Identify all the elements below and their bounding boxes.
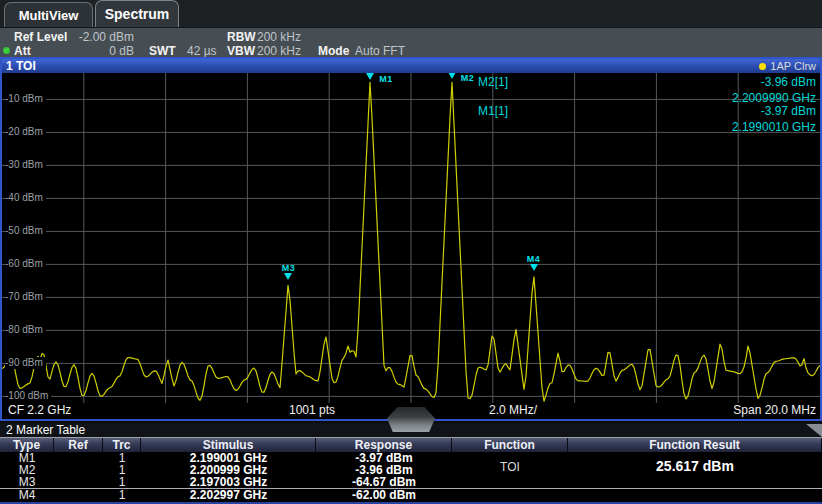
y-axis-label: -90 dBm [5, 357, 46, 369]
y-axis-label: -10 dBm [5, 93, 46, 105]
cell-response: -64.67 dBm [316, 476, 452, 488]
marker-triangle-m2[interactable] [448, 73, 456, 79]
spectrum-window: 1 TOI 1AP Clrw -10 dBm-20 dBm-30 dBm-40 … [0, 57, 822, 421]
spectrum-analyzer-screen: MultiView Spectrum Ref Level -2.00 dBm R… [0, 0, 822, 504]
att-value[interactable]: 0 dB [58, 44, 134, 58]
y-axis-label: -70 dBm [5, 291, 46, 303]
marker-label-m1: M1 [379, 74, 393, 84]
scale-per-div-label: 2.0 MHz/ [489, 403, 537, 418]
marker-triangle-m4[interactable] [530, 264, 538, 271]
y-axis-label: -100 dBm [5, 390, 51, 402]
tab-spectrum[interactable]: Spectrum [95, 0, 179, 27]
column-header-type: Type [0, 438, 54, 452]
trace1-mode-label: 1AP Clrw [770, 59, 816, 73]
window-title: 1 TOI [6, 59, 36, 73]
marker-table-row-m4: M412.202997 GHz-62.00 dBm [0, 489, 822, 501]
marker-table-body: TOI 25.617 dBm M112.199001 GHz-3.97 dBmM… [0, 452, 822, 502]
cell-fnr [568, 452, 822, 464]
center-frequency-label[interactable]: CF 2.2 GHz [8, 403, 71, 418]
y-axis-label: -60 dBm [5, 258, 46, 270]
readout-m1-value: -3.97 dBm [761, 104, 816, 118]
marker-table-window: 2 Marker Table TypeRefTrcStimulusRespons… [0, 421, 822, 504]
cell-ref [54, 476, 103, 488]
column-header-ref: Ref [54, 438, 103, 452]
rbw-label: RBW [227, 30, 256, 44]
grid-and-trace-svg [2, 73, 820, 403]
corner-resize-icon[interactable] [806, 424, 822, 437]
y-axis-label: -80 dBm [5, 324, 46, 336]
cell-ref [54, 452, 103, 464]
vbw-value[interactable]: 200 kHz [257, 44, 301, 58]
y-axis-label: -40 dBm [5, 192, 46, 204]
tab-bar: MultiView Spectrum [0, 0, 822, 27]
cell-type: M3 [0, 476, 54, 488]
cell-ref [54, 464, 103, 476]
cell-fn [452, 489, 568, 501]
readout-m1-freq: 2.1990010 GHz [732, 120, 816, 134]
marker-label-m2: M2 [461, 73, 475, 83]
cell-trc: 1 [103, 476, 141, 488]
att-status-led-icon [3, 47, 10, 54]
cell-fnr [568, 489, 822, 501]
marker-triangle-m3[interactable] [284, 273, 292, 280]
cell-fnr [568, 476, 822, 488]
readout-m2-value: -3.96 dBm [761, 75, 816, 89]
readout-m2-name: M2[1] [478, 75, 508, 89]
column-header-stimulus: Stimulus [141, 438, 316, 452]
mode-label: Mode [318, 44, 349, 58]
tab-multiview-label: MultiView [19, 8, 79, 23]
cell-type: M4 [0, 489, 54, 501]
cell-fn [452, 452, 568, 464]
vbw-label: VBW [227, 44, 255, 58]
column-header-trc: Trc [103, 438, 141, 452]
settings-bar: Ref Level -2.00 dBm RBW 200 kHz Att 0 dB… [0, 27, 822, 57]
y-axis-label: -30 dBm [5, 159, 46, 171]
tab-spectrum-label: Spectrum [105, 6, 170, 22]
marker-table-header: TypeRefTrcStimulusResponseFunctionFuncti… [0, 438, 822, 452]
marker-table-title: 2 Marker Table [6, 423, 85, 437]
marker-table-row-m3: M312.197003 GHz-64.67 dBm [0, 476, 822, 488]
ref-level-value[interactable]: -2.00 dBm [58, 30, 134, 44]
y-axis-label: -20 dBm [5, 126, 46, 138]
marker-label-m4: M4 [527, 254, 541, 264]
rbw-value[interactable]: 200 kHz [257, 30, 301, 44]
marker-triangle-m1[interactable] [366, 73, 374, 80]
window-title-bar[interactable]: 1 TOI 1AP Clrw [2, 59, 820, 73]
cell-trc: 1 [103, 489, 141, 501]
splitter-grip[interactable] [387, 407, 435, 432]
tab-multiview[interactable]: MultiView [4, 2, 93, 27]
cell-fnr [568, 464, 822, 476]
cell-response: -62.00 dBm [316, 489, 452, 501]
cell-stimulus: 2.197003 GHz [141, 476, 316, 488]
cell-ref [54, 489, 103, 501]
cell-stimulus: 2.202997 GHz [141, 489, 316, 501]
cell-fn [452, 464, 568, 476]
span-label[interactable]: Span 20.0 MHz [733, 403, 816, 418]
att-label: Att [14, 44, 31, 58]
swt-label: SWT [149, 44, 176, 58]
sweep-points-label: 1001 pts [289, 403, 335, 418]
trace1-dot-icon [759, 63, 766, 70]
plot-area[interactable]: -10 dBm-20 dBm-30 dBm-40 dBm-50 dBm-60 d… [2, 73, 820, 403]
y-axis-label: -50 dBm [5, 225, 46, 237]
readout-m2-freq: 2.2009990 GHz [732, 91, 816, 105]
mode-value[interactable]: Auto FFT [355, 44, 405, 58]
marker-label-m3: M3 [282, 263, 296, 273]
column-header-response: Response [316, 438, 452, 452]
readout-m1-name: M1[1] [478, 104, 508, 118]
trace-info[interactable]: 1AP Clrw [759, 59, 816, 73]
cell-fn [452, 476, 568, 488]
column-header-function: Function [452, 438, 568, 452]
swt-value[interactable]: 42 µs [187, 44, 217, 58]
column-header-function-result: Function Result [568, 438, 822, 452]
